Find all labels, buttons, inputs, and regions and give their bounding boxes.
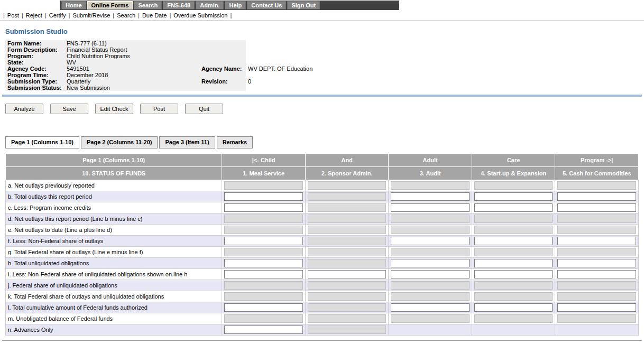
tab-page-2-columns-11-20[interactable]: Page 2 (Columns 11-20) <box>81 136 158 148</box>
amount-input <box>308 203 387 212</box>
nav-help[interactable]: Help <box>225 1 246 10</box>
amount-input <box>224 281 303 290</box>
amount-input[interactable] <box>557 259 636 267</box>
amount-input[interactable] <box>474 259 553 267</box>
quit-button[interactable]: Quit <box>185 104 223 114</box>
menu-submit-revise[interactable]: Submit/Revise <box>72 12 110 18</box>
nav-search[interactable]: Search <box>134 1 162 10</box>
row-label: f. Less: Non-Federal share of outlays <box>6 236 222 247</box>
amount-input[interactable] <box>474 270 553 278</box>
amount-input <box>474 281 553 290</box>
row-label: h. Total unliquidated obligations <box>6 258 222 269</box>
amount-input <box>557 314 636 323</box>
grid-cell <box>389 258 472 269</box>
amount-input[interactable] <box>474 203 553 212</box>
amount-input[interactable] <box>391 203 470 212</box>
amount-input[interactable] <box>224 192 303 201</box>
grid-header-cash-commodities: 5. Cash for Commodities <box>555 167 639 180</box>
menu-search[interactable]: Search <box>117 12 135 18</box>
menu-post[interactable]: Post <box>7 12 19 18</box>
menubar-separator: | <box>69 12 70 18</box>
menubar-separator: | <box>138 12 140 18</box>
form-info-row: Submission Status:New Submission <box>5 85 566 91</box>
amount-input[interactable] <box>224 326 303 334</box>
row-label: m. Unobligated balance of Federal funds <box>6 313 222 324</box>
info-value-2: 0 <box>246 78 566 85</box>
tab-page-3-item-11[interactable]: Page 3 (Item 11) <box>159 136 215 148</box>
amount-input[interactable] <box>391 270 470 278</box>
amount-input[interactable] <box>224 237 303 245</box>
grid-cell <box>305 236 389 247</box>
amount-input <box>308 248 387 256</box>
amount-input[interactable] <box>224 259 303 267</box>
amount-input[interactable] <box>308 270 387 278</box>
grid-cell <box>222 191 306 202</box>
analyze-button[interactable]: Analyze <box>5 104 43 114</box>
toolbar: AnalyzeSaveEdit CheckPostQuit <box>5 104 644 114</box>
menubar-separator: | <box>230 12 232 18</box>
grid-cell <box>305 269 389 280</box>
amount-input[interactable] <box>391 237 470 245</box>
row-label: l. Total cumulative amount of Federal fu… <box>6 302 222 313</box>
info-label-2 <box>199 72 246 78</box>
amount-input <box>557 281 636 290</box>
edit-check-button[interactable]: Edit Check <box>95 104 133 114</box>
amount-input[interactable] <box>557 192 636 201</box>
amount-input[interactable] <box>224 270 303 278</box>
amount-input[interactable] <box>474 237 553 245</box>
menu-certify[interactable]: Certify <box>49 12 66 18</box>
form-info-table: Form Name:FNS-777 (6-11)Form Description… <box>5 40 566 91</box>
grid-cell <box>555 324 639 336</box>
form-info-row: Agency Code:5491501Agency Name:WV DEPT. … <box>5 66 566 72</box>
amount-input <box>308 215 387 223</box>
info-value: WV <box>65 59 199 66</box>
amount-input[interactable] <box>224 203 303 212</box>
nav-online-forms[interactable]: Online Forms <box>87 1 133 10</box>
table-row: l. Total cumulative amount of Federal fu… <box>6 302 639 313</box>
amount-input[interactable] <box>391 259 470 267</box>
grid-cell <box>389 202 472 213</box>
nav-contact-us[interactable]: Contact Us <box>247 1 286 10</box>
menu-due-date[interactable]: Due Date <box>142 12 167 18</box>
menu-overdue-submission[interactable]: Overdue Submission <box>173 12 227 18</box>
post-button[interactable]: Post <box>140 104 178 114</box>
amount-input[interactable] <box>391 303 470 312</box>
nav-fns-648[interactable]: FNS-648 <box>163 1 195 10</box>
menubar-separator: | <box>3 12 5 18</box>
menu-reject[interactable]: Reject <box>26 12 42 18</box>
amount-input[interactable] <box>391 192 470 201</box>
nav-sign-out[interactable]: Sign Out <box>287 1 320 10</box>
tab-remarks[interactable]: Remarks <box>217 136 253 148</box>
tab-page-1-columns-1-10[interactable]: Page 1 (Columns 1-10) <box>5 136 79 148</box>
grid-cell <box>472 324 555 336</box>
grid-cell <box>472 213 555 225</box>
amount-input[interactable] <box>557 270 636 278</box>
amount-input <box>224 181 303 190</box>
grid-cell <box>555 291 639 302</box>
info-label: Program: <box>5 53 65 59</box>
grid-header-row-1: Page 1 (Columns 1-10) |<- Child And Adul… <box>6 154 639 167</box>
grid-cell <box>222 202 306 213</box>
info-label-2 <box>199 85 246 91</box>
nav-admin[interactable]: Admin. <box>196 1 224 10</box>
grid-cell <box>389 302 472 313</box>
info-value-2 <box>246 47 566 53</box>
save-button[interactable]: Save <box>50 104 88 114</box>
amount-input <box>308 326 387 334</box>
amount-input[interactable] <box>474 303 553 312</box>
amount-input[interactable] <box>557 203 636 212</box>
amount-input <box>391 181 470 190</box>
amount-input[interactable] <box>224 303 303 312</box>
amount-input[interactable] <box>474 192 553 201</box>
grid-cell <box>305 180 389 191</box>
grid-cell <box>305 324 389 336</box>
nav-home[interactable]: Home <box>61 1 86 10</box>
amount-input[interactable] <box>557 237 636 245</box>
bottom-divider <box>2 340 642 341</box>
grid-cell <box>222 324 306 336</box>
amount-input[interactable] <box>557 303 636 312</box>
menubar-separator: | <box>22 12 23 18</box>
grid-header-cell-program: Program ->| <box>555 154 639 167</box>
grid-cell <box>555 191 639 202</box>
amount-input <box>474 248 553 256</box>
